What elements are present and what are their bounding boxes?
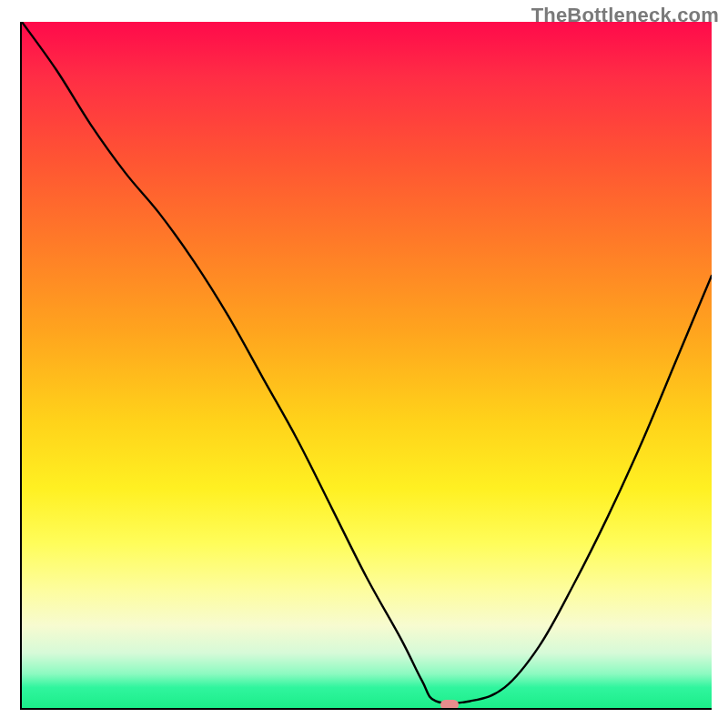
bottleneck-curve [22,22,712,708]
minimum-marker [440,700,459,710]
chart-frame: TheBottleneck.com [0,0,728,728]
plot-area [20,22,712,710]
